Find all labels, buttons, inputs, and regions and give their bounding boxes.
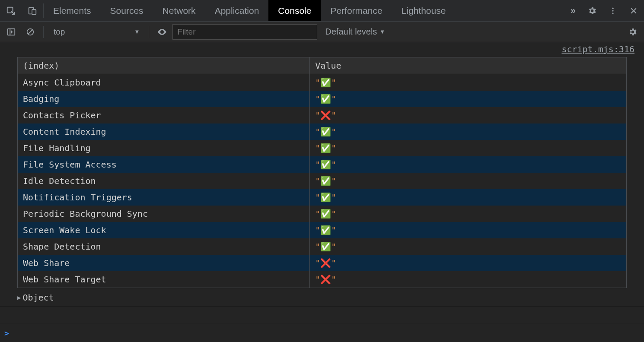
- tab-performance[interactable]: Performance: [321, 0, 392, 21]
- device-toggle-icon[interactable]: [22, 0, 43, 21]
- table-cell-value: "✅": [310, 156, 627, 173]
- toggle-sidebar-icon[interactable]: [3, 23, 20, 41]
- table-cell-value: "✅": [310, 140, 627, 156]
- table-cell-index: Async Clipboard: [18, 74, 310, 91]
- table-row[interactable]: Content Indexing"✅": [18, 124, 627, 140]
- tab-lighthouse[interactable]: Lighthouse: [392, 0, 456, 21]
- tab-application[interactable]: Application: [205, 0, 269, 21]
- table-row[interactable]: Periodic Background Sync"✅": [18, 206, 627, 222]
- close-devtools-icon[interactable]: [623, 6, 644, 15]
- tabbar-right-controls: [582, 0, 644, 21]
- object-expander[interactable]: ▶ Object: [0, 290, 644, 306]
- svg-point-8: [161, 31, 163, 33]
- table-row[interactable]: Notification Triggers"✅": [18, 189, 627, 206]
- live-expression-eye-icon[interactable]: [153, 23, 171, 41]
- tab-sources[interactable]: Sources: [101, 0, 153, 21]
- tab-elements[interactable]: Elements: [44, 0, 101, 21]
- settings-gear-icon[interactable]: [582, 6, 603, 16]
- tabs-list: ElementsSourcesNetworkApplicationConsole…: [44, 0, 564, 21]
- console-table: (index) Value Async Clipboard"✅"Badging"…: [17, 57, 627, 288]
- table-cell-value: "✅": [310, 189, 627, 206]
- table-row[interactable]: Web Share Target"❌": [18, 271, 627, 288]
- table-row[interactable]: Badging"✅": [18, 91, 627, 107]
- table-header-cell[interactable]: Value: [310, 57, 627, 74]
- table-cell-index: Idle Detection: [18, 173, 310, 189]
- table-cell-index: Web Share Target: [18, 271, 310, 288]
- table-row[interactable]: Idle Detection"✅": [18, 173, 627, 189]
- table-cell-value: "❌": [310, 271, 627, 288]
- vertical-divider: [149, 26, 149, 38]
- svg-point-4: [612, 10, 613, 11]
- log-levels-select[interactable]: Default levels ▼: [319, 27, 391, 37]
- table-cell-value: "❌": [310, 107, 627, 124]
- table-cell-index: Web Share: [18, 255, 310, 271]
- tabs-overflow-button[interactable]: »: [564, 0, 582, 21]
- svg-point-5: [612, 13, 613, 14]
- console-prompt[interactable]: >: [0, 324, 644, 342]
- message-source-link[interactable]: script.mjs:316: [0, 42, 644, 57]
- inspect-element-icon[interactable]: [0, 0, 22, 21]
- execution-context-select[interactable]: top ▼: [49, 25, 144, 39]
- table-row[interactable]: Shape Detection"✅": [18, 238, 627, 255]
- table-row[interactable]: Async Clipboard"✅": [18, 74, 627, 91]
- table-cell-value: "✅": [310, 238, 627, 255]
- console-toolbar: top ▼ Default levels ▼: [0, 22, 644, 42]
- table-cell-index: Screen Wake Lock: [18, 222, 310, 238]
- console-message: script.mjs:316 (index) Value Async Clipb…: [0, 42, 644, 307]
- tab-network[interactable]: Network: [153, 0, 205, 21]
- clear-console-icon[interactable]: [22, 23, 39, 41]
- table-header-row: (index) Value: [18, 57, 627, 74]
- table-cell-value: "❌": [310, 255, 627, 271]
- expand-triangle-icon: ▶: [17, 294, 21, 301]
- table-cell-value: "✅": [310, 206, 627, 222]
- prompt-caret-icon: >: [4, 329, 9, 338]
- table-row[interactable]: Web Share"❌": [18, 255, 627, 271]
- table-cell-index: Periodic Background Sync: [18, 206, 310, 222]
- svg-point-3: [612, 7, 613, 9]
- chevron-down-icon: ▼: [134, 28, 140, 35]
- vertical-divider: [43, 26, 44, 38]
- table-cell-index: File Handling: [18, 140, 310, 156]
- table-cell-index: Badging: [18, 91, 310, 107]
- table-cell-index: Notification Triggers: [18, 189, 310, 206]
- object-label: Object: [22, 292, 54, 303]
- console-messages: script.mjs:316 (index) Value Async Clipb…: [0, 42, 644, 324]
- log-levels-label: Default levels: [325, 27, 377, 37]
- table-cell-value: "✅": [310, 124, 627, 140]
- kebab-menu-icon[interactable]: [603, 6, 623, 15]
- console-settings-gear-icon[interactable]: [624, 23, 641, 41]
- table-cell-index: Shape Detection: [18, 238, 310, 255]
- table-cell-index: Contacts Picker: [18, 107, 310, 124]
- svg-rect-2: [32, 10, 36, 14]
- table-cell-value: "✅": [310, 173, 627, 189]
- table-cell-index: File System Access: [18, 156, 310, 173]
- tab-console[interactable]: Console: [268, 0, 321, 21]
- table-cell-value: "✅": [310, 74, 627, 91]
- table-cell-value: "✅": [310, 91, 627, 107]
- filter-input[interactable]: [172, 24, 317, 40]
- table-row[interactable]: File System Access"✅": [18, 156, 627, 173]
- table-cell-index: Content Indexing: [18, 124, 310, 140]
- execution-context-label: top: [54, 27, 65, 37]
- table-row[interactable]: File Handling"✅": [18, 140, 627, 156]
- chevron-down-icon: ▼: [379, 28, 385, 35]
- table-header-cell[interactable]: (index): [18, 57, 310, 74]
- devtools-tabbar: ElementsSourcesNetworkApplicationConsole…: [0, 0, 644, 22]
- table-row[interactable]: Screen Wake Lock"✅": [18, 222, 627, 238]
- table-cell-value: "✅": [310, 222, 627, 238]
- table-row[interactable]: Contacts Picker"❌": [18, 107, 627, 124]
